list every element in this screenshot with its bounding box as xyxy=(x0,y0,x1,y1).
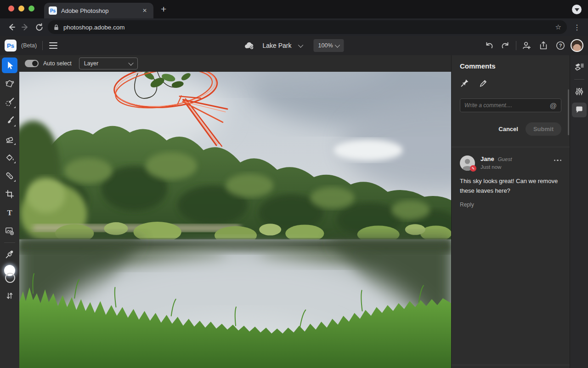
comment-more-icon[interactable] xyxy=(554,158,562,161)
browser-menu-icon[interactable]: ⋮ xyxy=(571,23,583,32)
layers-panel-icon[interactable] xyxy=(572,60,587,75)
redo-button[interactable] xyxy=(499,39,513,52)
commenter-avatar: ✎ xyxy=(460,155,475,171)
heal-tool-icon xyxy=(5,171,15,181)
window-controls[interactable] xyxy=(8,6,34,12)
forward-button[interactable] xyxy=(18,20,32,34)
new-tab-button[interactable]: + xyxy=(158,5,169,14)
comments-panel: Comments @ Cancel Submit ✎ xyxy=(451,55,570,368)
quick-select-tool[interactable] xyxy=(2,94,17,110)
commenter-name: Jane xyxy=(481,155,494,162)
panel-scrollbar[interactable] xyxy=(568,89,569,135)
color-swatches[interactable] xyxy=(2,265,17,286)
browser-tab[interactable]: Ps Adobe Photoshop ✕ xyxy=(44,3,153,18)
tool-options-bar: Auto select Layer xyxy=(19,55,451,72)
bookmark-star-icon[interactable]: ☆ xyxy=(555,23,561,31)
eraser-tool[interactable] xyxy=(2,131,17,147)
draw-annotation-icon[interactable] xyxy=(478,78,488,90)
fill-tool-icon xyxy=(5,152,15,162)
browser-toolbar: photoshop.adobe.com ☆ ⋮ xyxy=(0,18,588,36)
main-menu-icon[interactable] xyxy=(49,42,57,49)
auto-select-label: Auto select xyxy=(43,60,72,67)
comments-panel-icon[interactable] xyxy=(572,103,587,117)
move-tool-icon xyxy=(5,60,15,70)
brush-tool[interactable] xyxy=(2,113,17,128)
photoshop-logo[interactable]: Ps xyxy=(5,40,17,52)
reload-button[interactable] xyxy=(32,20,46,34)
type-tool-icon: T xyxy=(5,207,15,218)
maximize-window-button[interactable] xyxy=(28,6,34,12)
photoshop-favicon-icon: Ps xyxy=(49,6,57,15)
zoom-level-value: 100% xyxy=(318,42,333,49)
properties-panel-icon[interactable] xyxy=(572,84,587,99)
comment-input[interactable] xyxy=(464,102,547,109)
tab-title: Adobe Photoshop xyxy=(61,7,136,14)
select-tool[interactable] xyxy=(2,76,17,92)
select-tool-icon xyxy=(5,79,15,89)
submit-button[interactable]: Submit xyxy=(526,122,561,136)
svg-text:T: T xyxy=(7,208,12,217)
comment-timestamp: Just now xyxy=(481,164,561,170)
pin-comment-icon[interactable] xyxy=(460,78,470,90)
address-bar[interactable]: photoshop.adobe.com ☆ xyxy=(48,20,567,34)
invite-people-icon[interactable] xyxy=(520,39,533,52)
lock-icon xyxy=(53,24,59,31)
crop-tool-icon xyxy=(5,189,15,199)
share-icon[interactable] xyxy=(537,39,550,52)
ps-header: Ps (Beta) Lake Park 100% ? xyxy=(0,36,588,55)
back-button[interactable] xyxy=(5,20,18,34)
beta-label: (Beta) xyxy=(21,42,37,49)
tab-close-icon[interactable]: ✕ xyxy=(141,6,149,15)
browser-tabstrip: Ps Adobe Photoshop ✕ + xyxy=(0,0,588,18)
comment-text: This sky looks great! Can we remove thes… xyxy=(460,177,561,196)
move-tool[interactable] xyxy=(2,58,17,73)
comment-composer[interactable]: @ xyxy=(460,98,561,112)
mention-icon[interactable]: @ xyxy=(550,102,557,109)
help-icon[interactable]: ? xyxy=(554,39,567,52)
url-text[interactable]: photoshop.adobe.com xyxy=(63,24,551,31)
quick-select-tool-icon xyxy=(5,97,15,107)
close-window-button[interactable] xyxy=(8,6,14,12)
document-canvas[interactable] xyxy=(19,72,451,368)
eraser-tool-icon xyxy=(5,134,15,144)
comment-item[interactable]: ✎ Jane Guest Just now This sky looks gre… xyxy=(452,147,570,208)
commenter-role: Guest xyxy=(498,156,512,162)
swap-colors-button[interactable] xyxy=(2,288,17,304)
fill-tool[interactable] xyxy=(2,150,17,165)
document-name[interactable]: Lake Park xyxy=(262,42,291,49)
cloud-document-icon xyxy=(244,41,255,50)
background-color-swatch[interactable] xyxy=(5,273,15,283)
comments-panel-title: Comments xyxy=(452,55,570,70)
brush-tool-icon xyxy=(5,115,15,126)
type-tool[interactable]: T xyxy=(2,205,17,220)
auto-select-toggle[interactable] xyxy=(25,60,39,67)
layer-target-dropdown[interactable]: Layer xyxy=(79,58,138,69)
tools-panel: T xyxy=(0,55,19,368)
right-taskbar: i xyxy=(570,55,588,368)
reply-link[interactable]: Reply xyxy=(460,201,561,208)
swap-arrows-icon xyxy=(5,291,14,300)
lake-photo xyxy=(19,72,451,368)
zoom-level-dropdown[interactable]: 100% xyxy=(314,39,344,52)
user-avatar[interactable] xyxy=(571,39,583,52)
document-chevron-icon[interactable] xyxy=(298,42,303,47)
layer-target-value: Layer xyxy=(84,60,98,67)
minimize-window-button[interactable] xyxy=(18,6,24,12)
undo-button[interactable] xyxy=(482,39,496,52)
eyedropper-tool[interactable] xyxy=(2,247,17,262)
browser-extension-icon[interactable] xyxy=(572,5,582,14)
place-image-tool-icon xyxy=(5,226,15,236)
eyedropper-tool-icon xyxy=(5,249,15,259)
cancel-button[interactable]: Cancel xyxy=(498,126,518,132)
place-image-tool[interactable] xyxy=(2,223,17,239)
crop-tool[interactable] xyxy=(2,186,17,202)
svg-text:?: ? xyxy=(559,43,562,48)
comments-footer xyxy=(452,365,570,368)
guest-edit-badge-icon: ✎ xyxy=(470,165,476,172)
heal-tool[interactable] xyxy=(2,168,17,184)
